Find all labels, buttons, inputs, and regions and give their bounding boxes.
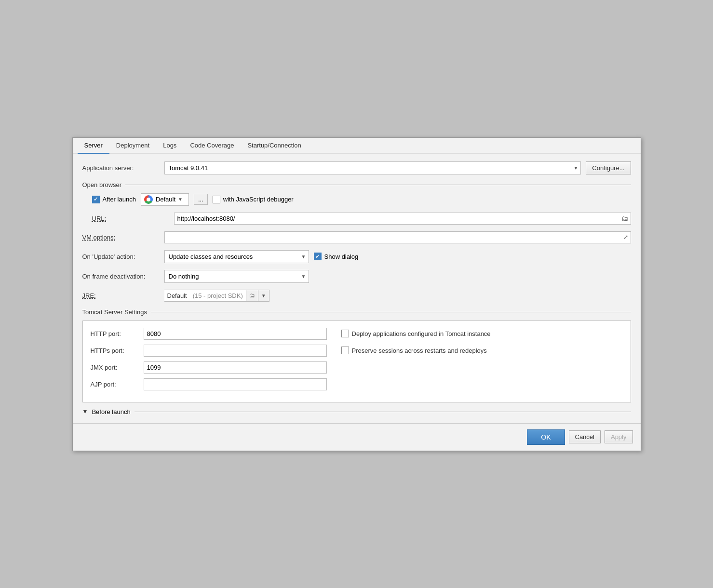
content-area: Application server: Tomcat 9.0.41 ▼ Conf… <box>73 154 641 423</box>
js-debugger-checkbox[interactable] <box>213 196 220 203</box>
show-dialog-checkbox[interactable] <box>314 253 322 260</box>
browser-select[interactable]: Default <box>156 196 186 203</box>
on-update-action-select[interactable]: Update classes and resources <box>164 250 309 263</box>
open-browser-label: Open browser <box>82 181 122 188</box>
preserve-sessions-label: Preserve sessions across restarts and re… <box>352 347 487 354</box>
browser-select-wrapper: Default ▼ <box>156 196 186 203</box>
on-update-action-select-wrapper: Update classes and resources ▼ <box>164 250 309 263</box>
vm-options-label: VM options: <box>82 234 160 241</box>
url-label: URL: <box>92 215 169 222</box>
on-frame-deactivation-row: On frame deactivation: Do nothing ▼ <box>82 270 631 283</box>
on-update-action-label: On 'Update' action: <box>82 253 160 260</box>
open-browser-section: Open browser <box>82 181 631 188</box>
http-port-input[interactable] <box>144 328 327 340</box>
after-launch-row: After launch Default ▼ ... with <box>92 193 631 206</box>
before-launch-section: ▼ Before launch <box>82 408 631 415</box>
tab-bar: Server Deployment Logs Code Coverage Sta… <box>73 138 641 154</box>
js-debugger-checkbox-wrap[interactable]: with JavaScript debugger <box>213 196 294 203</box>
main-dialog: Server Deployment Logs Code Coverage Sta… <box>72 137 641 451</box>
on-frame-deactivation-select[interactable]: Do nothing <box>164 270 309 283</box>
tab-server[interactable]: Server <box>78 138 109 154</box>
url-input[interactable] <box>174 213 631 225</box>
url-row: URL: 🗂 <box>92 213 631 225</box>
jmx-port-label: JMX port: <box>91 364 139 371</box>
https-port-row: HTTPs port: Preserve sessions across res… <box>91 345 623 357</box>
vm-options-input[interactable] <box>164 231 631 243</box>
tab-startup-connection[interactable]: Startup/Connection <box>241 138 308 154</box>
apply-button[interactable]: Apply <box>605 430 633 443</box>
after-launch-checkbox-wrap[interactable]: After launch <box>92 196 136 203</box>
vm-options-input-wrap: ⤢ <box>164 231 631 243</box>
jre-hint-text: (15 - project SDK) <box>190 290 246 302</box>
http-port-row: HTTP port: Deploy applications configure… <box>91 328 623 340</box>
application-server-label: Application server: <box>82 164 160 172</box>
tab-logs[interactable]: Logs <box>156 138 183 154</box>
jre-label: JRE: <box>82 292 160 299</box>
jre-dropdown-button[interactable]: ▼ <box>258 290 269 302</box>
deploy-apps-checkbox[interactable] <box>341 330 349 337</box>
on-frame-deactivation-label: On frame deactivation: <box>82 273 160 280</box>
before-launch-label: Before launch <box>92 408 130 415</box>
ajp-port-row: AJP port: <box>91 378 623 390</box>
deploy-apps-label: Deploy applications configured in Tomcat… <box>352 330 491 337</box>
on-update-action-row: On 'Update' action: Update classes and r… <box>82 250 631 263</box>
tab-deployment[interactable]: Deployment <box>109 138 156 154</box>
jre-input-wrap: Default (15 - project SDK) 🗂 ▼ <box>164 290 631 302</box>
chrome-icon <box>144 195 153 204</box>
after-launch-checkbox[interactable] <box>92 196 100 203</box>
jmx-port-input[interactable] <box>144 361 327 374</box>
on-frame-deactivation-select-wrapper: Do nothing ▼ <box>164 270 309 283</box>
tomcat-settings-section: Tomcat Server Settings <box>82 308 631 316</box>
button-bar: OK Cancel Apply <box>73 423 641 451</box>
browser-ellipsis-button[interactable]: ... <box>194 194 208 205</box>
after-launch-label: After launch <box>103 196 136 203</box>
before-launch-arrow[interactable]: ▼ <box>82 408 88 415</box>
jre-browse-button[interactable]: 🗂 <box>246 290 258 302</box>
jre-default-text: Default <box>164 290 190 302</box>
tab-code-coverage[interactable]: Code Coverage <box>183 138 241 154</box>
tomcat-settings-box: HTTP port: Deploy applications configure… <box>82 321 631 402</box>
jmx-port-row: JMX port: <box>91 361 623 374</box>
deploy-apps-checkbox-wrap[interactable]: Deploy applications configured in Tomcat… <box>341 330 491 337</box>
cancel-button[interactable]: Cancel <box>569 430 601 443</box>
show-dialog-label: Show dialog <box>324 253 359 260</box>
vm-options-expand-button[interactable]: ⤢ <box>621 233 630 241</box>
tomcat-settings-label: Tomcat Server Settings <box>82 308 147 316</box>
ajp-port-input[interactable] <box>144 378 327 390</box>
http-port-label: HTTP port: <box>91 330 139 337</box>
open-browser-content: After launch Default ▼ ... with <box>92 193 631 225</box>
jre-row: JRE: Default (15 - project SDK) 🗂 ▼ <box>82 290 631 302</box>
show-dialog-checkbox-wrap[interactable]: Show dialog <box>314 253 359 260</box>
js-debugger-label: with JavaScript debugger <box>223 196 294 203</box>
url-browse-button[interactable]: 🗂 <box>619 214 630 223</box>
application-server-select-wrapper: Tomcat 9.0.41 ▼ <box>164 161 581 174</box>
ok-button[interactable]: OK <box>527 429 565 445</box>
https-port-input[interactable] <box>144 345 327 357</box>
ajp-port-label: AJP port: <box>91 381 139 388</box>
preserve-sessions-checkbox[interactable] <box>341 347 349 354</box>
browser-select-wrap: Default ▼ <box>141 193 189 206</box>
https-port-label: HTTPs port: <box>91 347 139 354</box>
url-input-wrap: 🗂 <box>174 213 631 225</box>
preserve-sessions-checkbox-wrap[interactable]: Preserve sessions across restarts and re… <box>341 347 487 354</box>
application-server-select[interactable]: Tomcat 9.0.41 <box>164 161 581 174</box>
application-server-row: Application server: Tomcat 9.0.41 ▼ Conf… <box>82 161 631 174</box>
vm-options-row: VM options: ⤢ <box>82 231 631 243</box>
configure-button[interactable]: Configure... <box>586 161 631 174</box>
